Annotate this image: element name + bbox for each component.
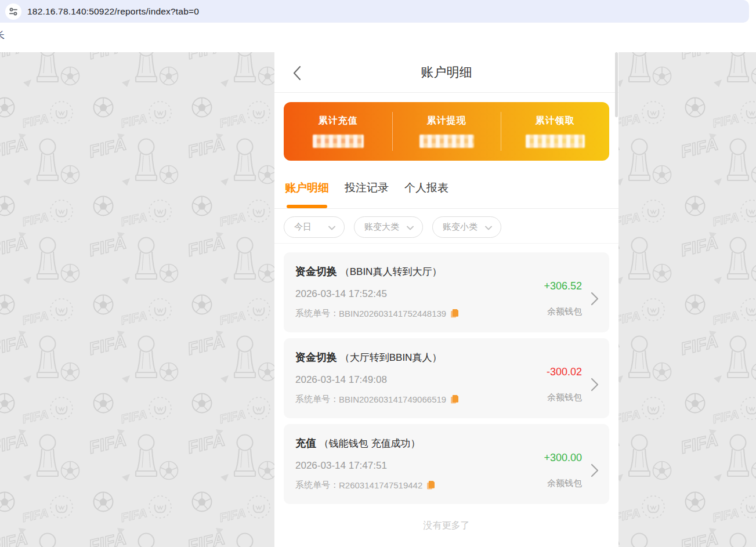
wallet-label: 余额钱包	[547, 478, 582, 489]
order-number: BBIN202603141749066519	[339, 394, 446, 404]
tab-account-details[interactable]: 账户明细	[285, 182, 329, 208]
masked-value	[526, 135, 585, 148]
filter-major-type-dropdown[interactable]: 账变大类	[354, 216, 423, 238]
summary-label: 累计领取	[536, 115, 575, 127]
copy-icon[interactable]	[450, 309, 459, 318]
filter-minor-type-dropdown[interactable]: 账变小类	[432, 216, 501, 238]
summary-label: 累计提现	[427, 115, 466, 127]
tab-bet-records[interactable]: 投注记录	[345, 182, 389, 208]
filter-date-dropdown[interactable]: 今日	[284, 216, 345, 238]
panel-scrollbar-thumb[interactable]	[615, 52, 618, 117]
transaction-type: 资金切换	[295, 352, 337, 363]
transaction-datetime: 2026-03-14 17:49:08	[295, 374, 547, 386]
chevron-down-icon	[328, 222, 335, 232]
summary-item-1: 累计提现	[392, 102, 501, 161]
order-number: BBIN202603141752448139	[339, 309, 446, 318]
back-button[interactable]	[292, 66, 302, 81]
order-number-row: 系统单号：BBIN202603141752448139	[295, 308, 544, 319]
url-text[interactable]: 182.16.78.140:50922/reports/index?tab=0	[27, 6, 199, 17]
wallet-label: 余额钱包	[547, 392, 582, 403]
copy-icon[interactable]	[450, 394, 459, 404]
tab-bar: 账户明细投注记录个人报表	[285, 182, 618, 208]
chevron-down-icon	[485, 222, 492, 232]
panel-header: 账户明细	[274, 52, 618, 93]
transaction-subtitle: （大厅转到BBIN真人）	[337, 352, 442, 363]
transaction-title: 充值 （钱能钱包 充值成功）	[295, 436, 544, 450]
transaction-type: 资金切换	[295, 266, 337, 277]
wallet-label: 余额钱包	[547, 306, 582, 317]
transaction-datetime: 2026-03-14 17:52:45	[295, 288, 544, 300]
order-number: R2603141747519442	[339, 480, 422, 490]
transaction-info: 资金切换 （BBIN真人转到大厅）2026-03-14 17:52:45系统单号…	[295, 265, 544, 332]
summary-item-0: 累计充值	[284, 102, 392, 161]
transaction-list: 资金切换 （BBIN真人转到大厅）2026-03-14 17:52:45系统单号…	[274, 244, 618, 504]
transaction-amount: +306.52	[544, 280, 582, 292]
summary-item-2: 累计领取	[501, 102, 609, 161]
chevron-right-icon	[591, 463, 599, 477]
order-number-label: 系统单号：	[295, 308, 339, 319]
clipped-text-fragment: 长	[0, 30, 5, 42]
summary-card: 累计充值累计提现累计领取	[284, 102, 609, 161]
transaction-type: 充值	[295, 437, 316, 449]
copy-icon[interactable]	[426, 480, 435, 490]
order-number-label: 系统单号：	[295, 480, 339, 491]
transaction-amount: +300.00	[544, 452, 582, 464]
chevron-right-icon	[591, 292, 599, 306]
tab-personal-report[interactable]: 个人报表	[404, 182, 448, 208]
transaction-subtitle: （钱能钱包 充值成功）	[316, 438, 420, 449]
transaction-amount-block: +306.52余额钱包	[544, 265, 582, 332]
filter-label: 账变大类	[364, 222, 399, 233]
account-panel: 账户明细 累计充值累计提现累计领取 账户明细投注记录个人报表 今日账变大类账变小…	[274, 52, 618, 547]
no-more-text: 没有更多了	[274, 520, 618, 532]
tabs-divider	[274, 208, 618, 209]
order-number-label: 系统单号：	[295, 394, 339, 405]
transaction-row[interactable]: 资金切换 （BBIN真人转到大厅）2026-03-14 17:52:45系统单号…	[284, 252, 609, 332]
transaction-datetime: 2026-03-14 17:47:51	[295, 460, 544, 472]
transaction-info: 资金切换 （大厅转到BBIN真人）2026-03-14 17:49:08系统单号…	[295, 350, 547, 418]
filter-label: 账变小类	[443, 222, 478, 233]
page-title: 账户明细	[421, 64, 472, 81]
order-number-row: 系统单号：BBIN202603141749066519	[295, 394, 547, 405]
filter-bar: 今日账变大类账变小类	[284, 216, 609, 238]
transaction-row[interactable]: 充值 （钱能钱包 充值成功）2026-03-14 17:47:51系统单号：R2…	[284, 424, 609, 504]
transaction-subtitle: （BBIN真人转到大厅）	[337, 266, 442, 277]
transaction-title: 资金切换 （BBIN真人转到大厅）	[295, 265, 544, 278]
chevron-down-icon	[407, 222, 414, 232]
transaction-row[interactable]: 资金切换 （大厅转到BBIN真人）2026-03-14 17:49:08系统单号…	[284, 338, 609, 418]
site-settings-icon[interactable]	[5, 3, 21, 20]
transaction-title: 资金切换 （大厅转到BBIN真人）	[295, 350, 547, 364]
chevron-right-icon	[591, 378, 599, 392]
masked-value	[313, 135, 364, 148]
browser-address-bar[interactable]: 182.16.78.140:50922/reports/index?tab=0	[0, 0, 749, 23]
summary-label: 累计充值	[319, 115, 358, 127]
transaction-amount-block: -300.02余额钱包	[547, 350, 582, 418]
transaction-info: 充值 （钱能钱包 充值成功）2026-03-14 17:47:51系统单号：R2…	[295, 436, 544, 504]
filter-label: 今日	[294, 222, 312, 233]
transaction-amount-block: +300.00余额钱包	[544, 436, 582, 504]
transaction-amount: -300.02	[547, 366, 582, 378]
masked-value	[419, 135, 474, 148]
order-number-row: 系统单号：R2603141747519442	[295, 480, 544, 491]
